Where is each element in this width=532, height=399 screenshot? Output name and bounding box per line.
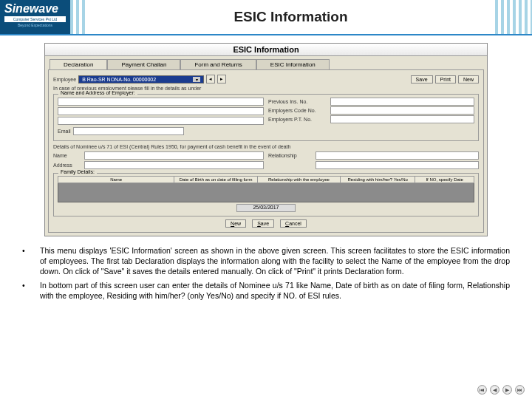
new-button[interactable]: New bbox=[458, 75, 479, 83]
nominee-rel-label: Relationship bbox=[268, 153, 313, 158]
employer-group-legend: Name and Address of Employer: bbox=[58, 90, 137, 95]
tab-payment-challan[interactable]: Payment Challan bbox=[107, 59, 180, 69]
family-col-rel: Relationship with the employee bbox=[258, 177, 341, 183]
brand-sub: Computer Services Pvt Ltd bbox=[4, 16, 66, 22]
chevron-down-icon: ▾ bbox=[193, 77, 200, 82]
emp-pt-input[interactable] bbox=[330, 115, 474, 123]
description-text: •This menu displays 'ESIC Information' s… bbox=[22, 245, 510, 301]
footer-buttons: NNewew Save Cancel bbox=[53, 216, 479, 229]
next-record-button[interactable]: ▸ bbox=[217, 75, 226, 83]
nominee-note: Details of Nominee u/s 71 of ESI (Centra… bbox=[53, 144, 479, 149]
save-button[interactable]: Save bbox=[411, 75, 433, 83]
nav-next-button[interactable]: ▶ bbox=[502, 385, 512, 395]
employee-label: Employee bbox=[53, 77, 76, 82]
family-table-body[interactable] bbox=[58, 183, 474, 202]
nominee-rel-input[interactable] bbox=[316, 151, 479, 160]
email-label: Email bbox=[58, 129, 71, 134]
nominee-addr-label: Address bbox=[53, 163, 81, 168]
employer-addr2-input[interactable] bbox=[58, 117, 264, 125]
family-col-reside: Residing with him/her? Yes/No bbox=[341, 177, 415, 183]
employee-dropdown[interactable]: B Rao-SR NONA-No. 00000002 ▾ bbox=[78, 75, 204, 83]
emp-pt-label: Employers P.T. No. bbox=[268, 117, 327, 122]
brand-name: Sinewave bbox=[4, 2, 66, 16]
tab-declaration[interactable]: Declaration bbox=[50, 59, 107, 69]
nav-first-button[interactable]: ⏮ bbox=[477, 385, 487, 395]
tab-esic-information[interactable]: ESIC Information bbox=[256, 59, 330, 69]
nominee-addr-input[interactable] bbox=[84, 161, 264, 169]
emp-code-label: Employers Code No. bbox=[268, 108, 327, 113]
family-table-header: Name Date of Birth as on date of filling… bbox=[58, 176, 474, 183]
family-group: Family Details: Name Date of Birth as on… bbox=[53, 173, 479, 216]
footer-new-button[interactable]: NNewew bbox=[225, 219, 246, 228]
employer-name-input[interactable] bbox=[58, 98, 264, 106]
window-titlebar: ESIC Information bbox=[45, 44, 487, 56]
email-input[interactable] bbox=[73, 127, 184, 135]
prev-record-button[interactable]: ◂ bbox=[206, 75, 215, 83]
employee-selected: B Rao-SR NONA-No. 00000002 bbox=[82, 77, 156, 82]
tab-form-returns[interactable]: Form and Returns bbox=[180, 59, 256, 69]
print-button[interactable]: Print bbox=[435, 75, 456, 83]
page-title: ESIC Information bbox=[233, 9, 347, 25]
nominee-name-label: Name bbox=[53, 153, 81, 158]
title-area: ESIC Information bbox=[86, 0, 495, 34]
tab-strip: Declaration Payment Challan Form and Ret… bbox=[45, 56, 487, 69]
family-col-name: Name bbox=[58, 177, 174, 183]
family-group-legend: Family Details: bbox=[58, 169, 97, 174]
app-window: ESIC Information Declaration Payment Cha… bbox=[44, 43, 488, 236]
family-col-dob: Date of Birth as on date of filling form bbox=[174, 177, 257, 183]
decor-stripes-left bbox=[70, 0, 86, 34]
nav-last-button[interactable]: ⏭ bbox=[515, 385, 525, 395]
prev-ins-label: Previous Ins. No. bbox=[268, 99, 327, 104]
decor-stripes-right bbox=[495, 0, 532, 34]
prev-ins-input[interactable] bbox=[330, 98, 474, 106]
family-date-display: 25/03/2017 bbox=[236, 204, 296, 212]
nominee-extra-input[interactable] bbox=[316, 161, 479, 169]
family-col-ifno: If NO, specify Date bbox=[415, 177, 474, 183]
brand-logo: Sinewave Computer Services Pvt Ltd Beyon… bbox=[0, 0, 70, 34]
nominee-name-input[interactable] bbox=[84, 151, 264, 160]
nav-prev-button[interactable]: ◀ bbox=[490, 385, 499, 395]
employer-addr1-input[interactable] bbox=[58, 107, 264, 115]
slide-nav: ⏮ ◀ ▶ ⏭ bbox=[477, 385, 525, 395]
desc-para-2: In bottom part of this screen user can e… bbox=[40, 280, 510, 301]
footer-save-button[interactable]: Save bbox=[252, 219, 274, 228]
emp-code-input[interactable] bbox=[330, 106, 474, 115]
header-bar: Sinewave Computer Services Pvt Ltd Beyon… bbox=[0, 0, 532, 35]
employer-group: Name and Address of Employer: Previous I… bbox=[53, 94, 479, 141]
tab-panel: Employee B Rao-SR NONA-No. 00000002 ▾ ◂ … bbox=[48, 69, 484, 233]
brand-tagline: Beyond Expectations bbox=[4, 23, 66, 27]
desc-para-1: This menu displays 'ESIC Information' sc… bbox=[40, 245, 510, 277]
footer-cancel-button[interactable]: Cancel bbox=[280, 219, 307, 228]
